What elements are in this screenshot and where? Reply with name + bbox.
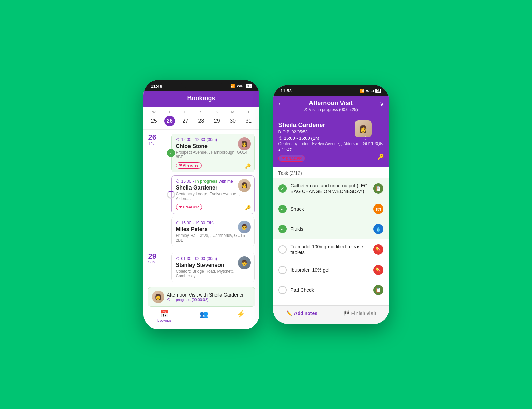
allergies-badge: ❤ Allergies [176, 162, 202, 169]
day-col-t2[interactable]: T 31 [242, 110, 255, 126]
visit-title: Afternoon Visit [278, 100, 383, 107]
task-check-5[interactable] [278, 266, 287, 274]
patient-address: Centenary Lodge, Evelyn Avenue, , Alders… [278, 141, 383, 146]
patient-avatar: 👩 [355, 120, 372, 137]
day-num-26[interactable]: 26 [164, 116, 175, 126]
inprogress-sub: ⏱ In progress (00:00:08) [167, 298, 244, 302]
day-letter-s2: S [216, 110, 218, 114]
bookings-header: Bookings [143, 91, 259, 107]
add-notes-button[interactable]: ✏️ Add notes [273, 306, 331, 324]
patient-key-icon: 🔑 [377, 154, 384, 160]
task-icon-4: 💊 [373, 244, 383, 255]
inprogress-spinner-sheila [167, 191, 175, 199]
day-letter-s1: S [200, 110, 202, 114]
bookings-for-26: ✓ ⏱12:00 - 12:30 (30m) Chloe Stone Prosp… [167, 134, 255, 246]
inprogress-bottom-bar[interactable]: 👩 Afternoon Visit with Sheila Gardener ⏱… [148, 287, 255, 307]
badge-row-chloe: ❤ Allergies [176, 162, 250, 169]
patient-info-section: 👩 ⋮⋮ 🔑 Sheila Gardener D.O.B: 02/05/53 ⏱… [273, 118, 389, 167]
date-num-label-26: 26 [148, 134, 162, 141]
time-display-1: 11:48 [151, 84, 162, 89]
task-label-6: Pad Check [291, 287, 369, 293]
dnacpr-badge-visit: ❤ DNACPR [278, 155, 305, 162]
task-icon-1: 📋 [373, 183, 383, 194]
day-col-t1[interactable]: T 26 [164, 110, 176, 126]
avatar-miles: 👨 [238, 221, 251, 233]
battery-display-2: 95 [375, 89, 381, 93]
avatar-stanley: 👨 [238, 256, 251, 269]
task-catheter-care[interactable]: ✓ Catheter care and urine output (LEG BA… [273, 178, 389, 199]
key-icon-sheila: 🔑 [245, 205, 251, 210]
date-section-26: 26 Thu ✓ ⏱12:00 - 12:30 (30m) Chloe Ston… [143, 130, 259, 247]
contacts-nav-icon: 👥 [200, 310, 208, 318]
day-col-s2[interactable]: S 29 [211, 110, 223, 126]
badge-row-sheila: ❤ DNACPR [176, 204, 250, 210]
status-bar-2: 11:53 📶 WiFi 95 [273, 85, 389, 96]
day-num-29[interactable]: 29 [212, 116, 223, 126]
patient-arrival: ♦ 11:47 [278, 148, 383, 152]
task-label-1: Catheter care and urine output (LEG BAG … [291, 183, 369, 194]
status-icons-1: 📶 WiFi 96 [230, 84, 252, 88]
inprogress-text-block: Afternoon Visit with Sheila Gardener ⏱ I… [167, 292, 244, 302]
day-num-28[interactable]: 28 [196, 116, 207, 126]
nav-bookings[interactable]: 📅 Bookings [157, 310, 171, 322]
menu-button[interactable]: ∨ [380, 100, 384, 108]
task-check-6[interactable] [278, 286, 287, 294]
booking-miles-peters[interactable]: ⏱16:30 - 19:30 (3h) Miles Peters Frimley… [171, 217, 255, 246]
day-col-s1[interactable]: S 28 [195, 110, 207, 126]
task-ibuprofen[interactable]: Ibuprofen 10% gel 💊 [273, 260, 389, 280]
date-label-26: 26 Thu [148, 134, 162, 246]
task-label-4: Tramadol 100mg modified-release tablets [291, 244, 369, 255]
inprogress-text-sheila: In progress [195, 179, 217, 184]
calendar-week-strip[interactable]: W 25 T 26 F 27 S 28 S 29 M 30 T 31 [143, 107, 259, 130]
task-snack[interactable]: ✓ Snack 🍽 [273, 199, 389, 219]
battery-display-1: 96 [246, 84, 252, 88]
day-col-w[interactable]: W 25 [148, 110, 160, 126]
tasks-scroll-area: ✓ Catheter care and urine output (LEG BA… [273, 178, 389, 324]
grid-icon: ⋮⋮ [363, 135, 373, 141]
day-letter-m: M [231, 110, 234, 114]
task-icon-5: 💊 [373, 265, 383, 275]
day-num-25[interactable]: 25 [149, 116, 159, 126]
nav-contacts[interactable]: 👥 [200, 310, 208, 322]
finish-visit-button[interactable]: 🏁 Finish visit [331, 306, 389, 324]
key-icon-chloe: 🔑 [245, 163, 251, 169]
finish-icon: 🏁 [344, 310, 349, 316]
patient-dob: D.O.B: 02/05/53 [278, 130, 383, 134]
time-display-2: 11:53 [280, 88, 292, 93]
booking-sheila-gardener[interactable]: ⏱ 15:00 - In progress with me Sheila Gar… [171, 175, 255, 214]
dnacpr-badge-bookings: ❤ DNACPR [176, 204, 202, 210]
signal-icon-2: 📶 [360, 89, 365, 93]
booking-chloe-stone[interactable]: ✓ ⏱12:00 - 12:30 (30m) Chloe Stone Prosp… [171, 134, 255, 172]
bookings-title: Bookings [149, 95, 254, 102]
nav-alerts[interactable]: ⚡ [237, 310, 245, 322]
phone-bookings: 11:48 📶 WiFi 96 Bookings W 25 T 26 F 27 … [143, 80, 259, 329]
task-icon-3: 💧 [373, 224, 383, 234]
task-check-3: ✓ [278, 225, 287, 233]
inprogress-title: Afternoon Visit with Sheila Gardener [167, 292, 244, 298]
day-col-m[interactable]: M 30 [227, 110, 239, 126]
task-pad-check[interactable]: Pad Check 📋 [273, 280, 389, 300]
task-counter-header: Task (3/12) [273, 167, 389, 178]
booking-stanley-stevenson[interactable]: ⏱01:30 - 02:00 (30m) Stanley Stevenson C… [171, 253, 255, 282]
task-label-2: Snack [291, 206, 369, 212]
bookings-for-29: ⏱01:30 - 02:00 (30m) Stanley Stevenson C… [167, 253, 255, 282]
date-day-label-29: Sun [148, 260, 162, 264]
day-num-31[interactable]: 31 [243, 116, 254, 126]
day-num-30[interactable]: 30 [227, 116, 238, 126]
alerts-nav-icon: ⚡ [237, 310, 245, 318]
task-tramadol[interactable]: Tramadol 100mg modified-release tablets … [273, 239, 389, 260]
day-num-27[interactable]: 27 [180, 116, 191, 126]
task-label-5: Ibuprofen 10% gel [291, 267, 369, 273]
nav-bookings-label: Bookings [157, 319, 171, 322]
avatar-chloe: 👩 [238, 137, 251, 150]
booking-address-sheila: Centenary Lodge, Evelyn Avenue, , Alders… [176, 192, 250, 201]
day-letter-w: W [152, 110, 155, 114]
day-col-f[interactable]: F 27 [179, 110, 192, 126]
date-label-29: 29 Sun [148, 253, 162, 282]
task-check-4[interactable] [278, 245, 287, 254]
task-fluids[interactable]: ✓ Fluids 💧 [273, 219, 389, 239]
bottom-action-bar: ✏️ Add notes 🏁 Finish visit [273, 305, 389, 324]
bookings-nav-icon: 📅 [160, 310, 169, 318]
back-button[interactable]: ← [278, 100, 284, 107]
wifi-icon: WiFi [237, 84, 244, 88]
